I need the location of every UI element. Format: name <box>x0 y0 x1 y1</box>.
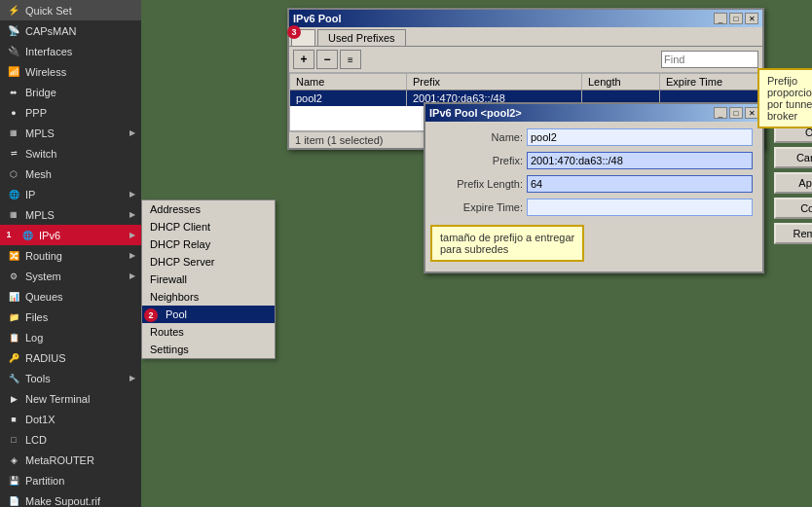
col-prefix[interactable]: Prefix <box>407 74 582 90</box>
find-input[interactable] <box>661 51 758 68</box>
form-input-prefix-length[interactable] <box>527 175 753 193</box>
col-name[interactable]: Name <box>290 74 407 90</box>
form-label-prefix-length: Prefix Length: <box>435 178 523 190</box>
sidebar-label-wireless: Wireless <box>25 66 135 78</box>
tab-pools[interactable]: 3 <box>291 29 315 46</box>
pool-minimize-btn[interactable]: _ <box>714 13 727 24</box>
mpls2-icon: ▦ <box>6 207 21 223</box>
sidebar-item-interfaces[interactable]: 🔌 Interfaces <box>0 41 141 61</box>
pool-maximize-btn[interactable]: □ <box>729 13 743 24</box>
col-length[interactable]: Length <box>582 74 660 90</box>
callout-tunnel-broker: Prefijo proporcionado por tunnel broker <box>757 68 812 128</box>
sidebar-item-lcd[interactable]: □ LCD <box>0 429 141 450</box>
table-header: Name Prefix Length Expire Time <box>290 74 761 91</box>
sidebar-label-new-terminal: New Terminal <box>25 393 135 405</box>
submenu-firewall[interactable]: Firewall <box>142 271 275 288</box>
form-input-prefix[interactable] <box>527 152 753 169</box>
submenu-settings[interactable]: Settings <box>142 341 275 358</box>
sidebar-label-radius: RADIUS <box>25 352 135 364</box>
apply-button[interactable]: ApplY <box>774 172 812 194</box>
add-btn[interactable]: + <box>293 50 314 69</box>
cell-name: pool2 <box>290 91 407 106</box>
sidebar-item-ip[interactable]: 🌐 IP ▶ <box>0 184 141 204</box>
sidebar-item-capsman[interactable]: 📡 CAPsMAN <box>0 20 141 41</box>
sidebar-item-quick-set[interactable]: ⚡ Quick Set <box>0 0 141 20</box>
submenu-pool[interactable]: 2 Pool <box>142 306 275 323</box>
sidebar-item-ipv6[interactable]: 1 🌐 IPv6 ▶ <box>0 225 141 245</box>
sidebar-item-switch[interactable]: ⇌ Switch <box>0 143 141 163</box>
sidebar-label-dot1x: Dot1X <box>25 414 135 425</box>
sidebar-item-mpls[interactable]: ▦ MPLS ▶ <box>0 123 141 143</box>
sidebar-item-wireless[interactable]: 📶 Wireless <box>0 61 141 82</box>
form-input-expire[interactable] <box>527 199 753 216</box>
sidebar-item-mpls2[interactable]: ▦ MPLS ▶ <box>0 204 141 225</box>
col-expire[interactable]: Expire Time <box>660 74 761 90</box>
filter-btn[interactable]: ≡ <box>340 50 361 69</box>
submenu-dhcp-client[interactable]: DHCP Client <box>142 218 275 235</box>
remove-button[interactable]: Remove <box>774 223 812 244</box>
sidebar-item-tools[interactable]: 🔧 Tools ▶ <box>0 368 141 388</box>
mpls2-arrow: ▶ <box>129 210 135 219</box>
sidebar-item-log[interactable]: 📋 Log <box>0 327 141 347</box>
interfaces-icon: 🔌 <box>6 44 21 59</box>
copy-button[interactable]: Copy <box>774 198 812 219</box>
form-label-name: Name: <box>435 131 523 143</box>
sidebar-item-mesh[interactable]: ⬡ Mesh <box>0 163 141 184</box>
sidebar-label-log: Log <box>25 332 135 344</box>
capsman-icon: 📡 <box>6 23 21 39</box>
tab-used-prefixes[interactable]: Used Prefixes <box>317 29 405 46</box>
sidebar: ⚡ Quick Set 📡 CAPsMAN 🔌 Interfaces 📶 Wir… <box>0 0 141 507</box>
sidebar-item-partition[interactable]: 💾 Partition <box>0 470 141 490</box>
cancel-button[interactable]: Cancel 4 <box>774 147 812 168</box>
badge-3: 3 <box>287 25 301 39</box>
files-icon: 📁 <box>6 309 21 325</box>
remove-btn[interactable]: − <box>316 50 338 69</box>
partition-icon: 💾 <box>6 473 21 489</box>
form-label-prefix: Prefix: <box>435 155 523 166</box>
sidebar-label-ip: IP <box>25 189 129 200</box>
switch-icon: ⇌ <box>6 146 21 162</box>
queues-icon: 📊 <box>6 289 21 305</box>
form-row-expire: Expire Time: <box>429 196 758 219</box>
sidebar-item-new-terminal[interactable]: ▶ New Terminal <box>0 388 141 409</box>
pool-dialog-maximize[interactable]: □ <box>729 107 743 119</box>
pool-dialog-minimize[interactable]: _ <box>714 107 727 119</box>
terminal-icon: ▶ <box>6 391 21 407</box>
sidebar-item-dot1x[interactable]: ■ Dot1X <box>0 409 141 429</box>
sidebar-label-queues: Queues <box>25 291 135 303</box>
form-label-expire: Expire Time: <box>435 201 523 213</box>
ip-arrow: ▶ <box>129 190 135 199</box>
submenu-neighbors[interactable]: Neighbors <box>142 288 275 306</box>
routing-arrow: ▶ <box>129 251 135 260</box>
submenu-dhcp-server[interactable]: DHCP Server <box>142 253 275 271</box>
routing-icon: 🔀 <box>6 248 21 264</box>
sidebar-item-make-supout[interactable]: 📄 Make Supout.rif <box>0 490 141 507</box>
pool-close-btn[interactable]: ✕ <box>745 13 758 24</box>
sidebar-item-routing[interactable]: 🔀 Routing ▶ <box>0 245 141 266</box>
supout-icon: 📄 <box>6 493 21 508</box>
sidebar-item-radius[interactable]: 🔑 RADIUS <box>0 347 141 368</box>
sidebar-item-ppp[interactable]: ● PPP <box>0 102 141 123</box>
sidebar-label-mpls2: MPLS <box>25 209 129 221</box>
sidebar-item-files[interactable]: 📁 Files <box>0 307 141 327</box>
sidebar-item-system[interactable]: ⚙ System ▶ <box>0 266 141 286</box>
sidebar-label-lcd: LCD <box>25 434 135 446</box>
sidebar-label-metarouter: MetaROUTER <box>25 454 135 466</box>
form-input-name[interactable] <box>527 128 753 146</box>
sidebar-item-bridge[interactable]: ⬌ Bridge <box>0 82 141 102</box>
system-arrow: ▶ <box>129 272 135 280</box>
dialog-buttons: OK Cancel 4 ApplY Copy Remove <box>774 122 812 244</box>
ipv6-submenu: Addresses DHCP Client DHCP Relay DHCP Se… <box>141 199 276 359</box>
quick-set-icon: ⚡ <box>6 3 21 18</box>
pool-dialog-close[interactable]: ✕ <box>745 107 758 119</box>
dot1x-icon: ■ <box>6 412 21 427</box>
callout-prefix-size: tamaño de prefijo a entregar para subred… <box>430 225 584 262</box>
badge-1: 1 <box>2 228 16 241</box>
submenu-routes[interactable]: Routes <box>142 323 275 341</box>
submenu-dhcp-relay[interactable]: DHCP Relay <box>142 235 275 253</box>
sidebar-label-ppp: PPP <box>25 107 135 119</box>
sidebar-item-queues[interactable]: 📊 Queues <box>0 286 141 307</box>
submenu-addresses[interactable]: Addresses <box>142 200 275 218</box>
form-row-prefix-length: Prefix Length: <box>429 172 758 196</box>
sidebar-item-metarouter[interactable]: ◈ MetaROUTER <box>0 450 141 470</box>
